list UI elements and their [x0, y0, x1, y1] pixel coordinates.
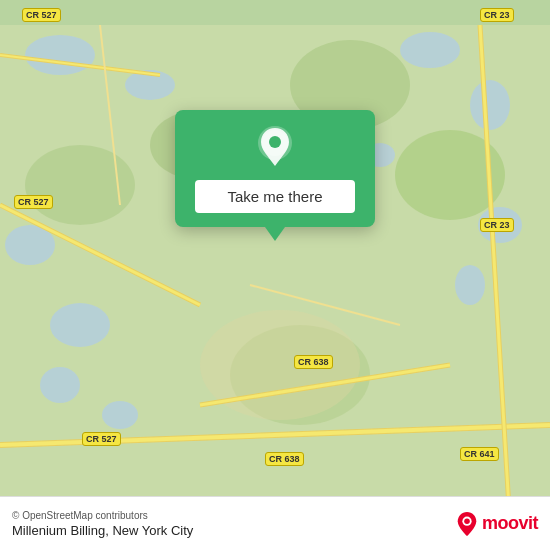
popup-card[interactable]: Take me there: [175, 110, 375, 227]
road-label-cr638-bottom1: CR 638: [294, 355, 333, 369]
svg-point-8: [50, 303, 110, 347]
svg-point-1: [25, 35, 95, 75]
bottom-bar: © OpenStreetMap contributors Millenium B…: [0, 496, 550, 550]
road-label-cr527-top: CR 527: [22, 8, 61, 22]
moovit-text: moovit: [482, 513, 538, 534]
road-label-cr638-bottom2: CR 638: [265, 452, 304, 466]
road-label-cr641-bottom: CR 641: [460, 447, 499, 461]
svg-point-3: [400, 32, 460, 68]
moovit-logo: moovit: [456, 511, 538, 537]
road-label-cr527-left: CR 527: [14, 195, 53, 209]
osm-credit: © OpenStreetMap contributors: [12, 510, 193, 521]
svg-point-10: [102, 401, 138, 429]
road-label-cr23-top: CR 23: [480, 8, 514, 22]
moovit-pin-icon: [456, 511, 478, 537]
take-me-there-button[interactable]: Take me there: [195, 180, 355, 213]
location-label: Millenium Billing, New York City: [12, 523, 193, 538]
bottom-left-info: © OpenStreetMap contributors Millenium B…: [12, 510, 193, 538]
svg-point-32: [269, 136, 281, 148]
svg-point-4: [470, 80, 510, 130]
location-pin-icon: [256, 126, 294, 170]
svg-point-34: [464, 518, 470, 524]
location-icon-wrapper: [253, 126, 297, 170]
road-label-cr527-bottom: CR 527: [82, 432, 121, 446]
svg-point-9: [40, 367, 80, 403]
map-container: CR 527 CR 23 CR 527 CR 23 CR 638 CR 527 …: [0, 0, 550, 550]
road-label-cr23-right: CR 23: [480, 218, 514, 232]
map-background: [0, 0, 550, 550]
svg-point-6: [455, 265, 485, 305]
